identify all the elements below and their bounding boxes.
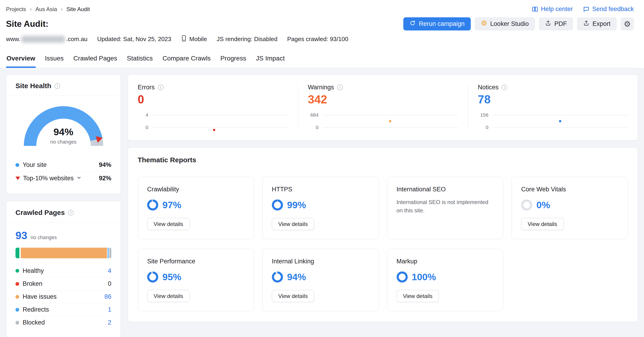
report-crawlability: Crawlability 97% View details — [138, 177, 254, 239]
domain-prefix: www. — [6, 35, 20, 43]
device-type: Mobile — [181, 35, 207, 43]
notices-trend-chart: 156 0 — [478, 112, 628, 130]
your-site-value: 94% — [99, 161, 111, 168]
healthy-count[interactable]: 4 — [108, 267, 111, 275]
view-details-button[interactable]: View details — [272, 218, 314, 230]
blocked-label: Blocked — [23, 319, 45, 326]
blocked-count[interactable]: 2 — [108, 319, 111, 326]
js-rendering-status: JS rendering: Disabled — [217, 35, 278, 43]
legend-row-broken: Broken 0 — [16, 277, 111, 290]
thematic-reports-card: Thematic Reports Crawlability 97% View d… — [128, 147, 638, 322]
view-details-button[interactable]: View details — [272, 290, 314, 302]
looker-studio-button[interactable]: Looker Studio — [475, 17, 535, 30]
tab-issues[interactable]: Issues — [44, 54, 64, 68]
progress-donut-icon — [272, 199, 283, 211]
broken-dot-icon — [16, 282, 19, 286]
info-icon[interactable]: i — [54, 83, 60, 89]
healthy-label: Healthy — [23, 267, 44, 275]
info-icon[interactable]: i — [337, 84, 343, 90]
site-health-card: Site Health i 94% no changes Your site 9… — [6, 74, 121, 194]
info-icon[interactable]: i — [158, 84, 164, 90]
updated-date: Updated: Sat, Nov 25, 2023 — [97, 35, 172, 43]
pdf-label: PDF — [554, 20, 567, 27]
header-actions: Rerun campaign Looker Studio PDF Export … — [403, 17, 634, 30]
progress-donut-icon — [396, 272, 408, 283]
tab-compare-crawls[interactable]: Compare Crawls — [162, 54, 211, 68]
pages-crawled-count: Pages crawled: 93/100 — [287, 35, 348, 43]
report-core-web-vitals: Core Web Vitals 0% View details — [512, 177, 628, 239]
view-details-button[interactable]: View details — [521, 218, 564, 230]
view-details-button[interactable]: View details — [396, 290, 439, 302]
errors-label: Errors — [138, 84, 155, 91]
rerun-campaign-button[interactable]: Rerun campaign — [403, 17, 471, 30]
redirects-label: Redirects — [23, 306, 49, 313]
right-column: Errors i 0 4 0 Warnings i 342 — [128, 74, 638, 322]
report-international-seo: International SEO International SEO is n… — [387, 177, 504, 239]
gear-icon: ⚙ — [624, 20, 630, 28]
warnings-section: Warnings i 342 684 0 — [298, 84, 468, 130]
notices-count: 78 — [478, 93, 628, 106]
view-details-button[interactable]: View details — [147, 218, 190, 230]
healthy-dot-icon — [16, 269, 19, 273]
errors-section: Errors i 0 4 0 — [128, 84, 298, 130]
axis-label: 684 — [308, 112, 318, 118]
errors-trend-chart: 4 0 — [138, 112, 288, 130]
looker-studio-label: Looker Studio — [490, 20, 529, 27]
report-internal-linking: Internal Linking 94% View details — [262, 249, 379, 311]
breadcrumb-projects[interactable]: Projects — [6, 6, 26, 12]
warnings-trend-chart: 684 0 — [308, 112, 458, 130]
chat-bubble-icon — [583, 6, 590, 12]
tab-statistics[interactable]: Statistics — [126, 54, 153, 68]
progress-donut-icon — [272, 272, 283, 283]
broken-count: 0 — [108, 280, 111, 287]
markup-score: 100% — [412, 272, 436, 283]
notices-data-point — [559, 120, 561, 122]
tab-progress[interactable]: Progress — [220, 54, 247, 68]
site-performance-score: 95% — [162, 272, 181, 283]
help-center-label: Help center — [541, 5, 573, 13]
warnings-label: Warnings — [308, 84, 334, 91]
axis-label: 156 — [478, 112, 488, 118]
notices-section: Notices i 78 156 0 — [468, 84, 638, 130]
upload-icon — [583, 20, 589, 28]
legend-row-blocked: Blocked 2 — [16, 316, 111, 329]
info-icon[interactable]: i — [68, 210, 74, 216]
top10-value: 92% — [99, 175, 111, 182]
crawled-pages-card: Crawled Pages i 93 no changes — [6, 201, 121, 337]
crawled-pages-legend: Healthy 4 Broken 0 Have issues 86 — [16, 264, 111, 329]
site-audit-page: Projects › Aus Asia › Site Audit Help ce… — [0, 0, 644, 337]
chevron-down-icon[interactable] — [76, 175, 82, 182]
crawled-pages-change: no changes — [30, 235, 57, 241]
tab-overview[interactable]: Overview — [6, 54, 36, 68]
redirects-count[interactable]: 1 — [108, 306, 111, 313]
breadcrumb-project-name[interactable]: Aus Asia — [35, 6, 57, 12]
legend-row-top10[interactable]: Top-10% websites 92% — [16, 172, 111, 185]
crawled-pages-title: Crawled Pages — [16, 209, 65, 217]
rerun-campaign-label: Rerun campaign — [419, 20, 464, 27]
international-seo-message: International SEO is not implemented on … — [396, 198, 494, 215]
redirects-dot-icon — [16, 308, 19, 312]
help-center-link[interactable]: Help center — [532, 5, 573, 13]
tab-js-impact[interactable]: JS Impact — [256, 54, 285, 68]
axis-label: 4 — [138, 112, 148, 118]
tab-crawled-pages[interactable]: Crawled Pages — [73, 54, 118, 68]
axis-label: 0 — [308, 125, 318, 130]
errors-data-point — [213, 129, 215, 131]
warnings-data-point — [389, 120, 391, 122]
pdf-button[interactable]: PDF — [539, 17, 573, 30]
domain-suffix: .com.au — [66, 35, 88, 43]
divider — [6, 223, 120, 223]
settings-button[interactable]: ⚙ — [621, 17, 634, 30]
issues-summary-card: Errors i 0 4 0 Warnings i 342 — [128, 74, 638, 141]
site-domain: www. .com.au — [6, 35, 88, 43]
view-details-button[interactable]: View details — [147, 290, 190, 302]
notices-label: Notices — [478, 84, 498, 91]
have-issues-count[interactable]: 86 — [104, 293, 111, 300]
info-icon[interactable]: i — [502, 84, 507, 90]
audit-meta: www. .com.au Updated: Sat, Nov 25, 2023 … — [6, 35, 634, 43]
crawlability-score: 97% — [162, 200, 181, 211]
send-feedback-link[interactable]: Send feedback — [583, 5, 634, 13]
breadcrumb: Projects › Aus Asia › Site Audit — [6, 5, 90, 13]
export-button[interactable]: Export — [577, 17, 617, 30]
core-web-vitals-score: 0% — [536, 200, 550, 211]
